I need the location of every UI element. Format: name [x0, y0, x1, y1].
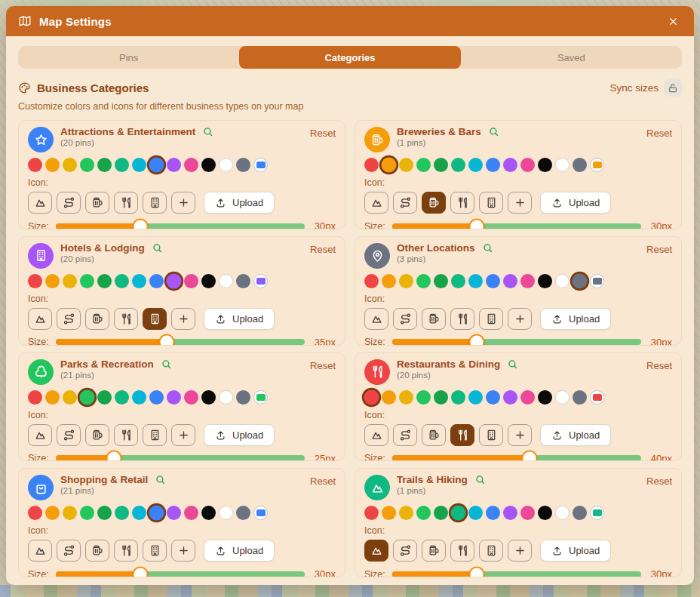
color-swatch[interactable] [451, 390, 465, 405]
reset-button[interactable]: Reset [646, 474, 672, 487]
icon-option-mountain[interactable] [28, 424, 52, 446]
color-swatch[interactable] [45, 506, 60, 520]
icon-option-beer[interactable] [85, 540, 109, 562]
icon-option-route[interactable] [393, 192, 417, 214]
slider-thumb[interactable] [469, 218, 485, 229]
icon-option-route[interactable] [393, 308, 417, 330]
color-swatch[interactable] [382, 274, 396, 288]
color-swatch[interactable] [184, 158, 198, 172]
custom-color-swatch[interactable] [590, 274, 604, 288]
color-swatch[interactable] [520, 506, 535, 520]
color-swatch[interactable] [468, 506, 483, 520]
sync-sizes-lock-button[interactable] [664, 79, 682, 97]
color-swatch[interactable] [63, 390, 77, 405]
icon-option-route[interactable] [393, 424, 417, 446]
upload-button[interactable]: Upload [204, 308, 275, 330]
color-swatch[interactable] [132, 158, 146, 172]
reset-button[interactable]: Reset [646, 126, 672, 139]
color-swatch[interactable] [184, 506, 198, 520]
color-swatch[interactable] [80, 274, 94, 288]
upload-button[interactable]: Upload [540, 424, 611, 446]
color-swatch[interactable] [167, 158, 181, 172]
color-swatch[interactable] [434, 274, 448, 288]
color-swatch[interactable] [486, 274, 500, 288]
slider-thumb[interactable] [106, 451, 122, 462]
icon-option-utensils[interactable] [114, 540, 138, 562]
slider-thumb[interactable] [469, 566, 485, 577]
color-swatch[interactable] [149, 506, 164, 521]
color-swatch[interactable] [115, 506, 129, 520]
color-swatch[interactable] [520, 390, 535, 405]
color-swatch[interactable] [149, 274, 164, 288]
icon-option-plus[interactable] [171, 424, 195, 446]
zoom-to-category-button[interactable] [155, 474, 166, 485]
icon-option-mountain[interactable] [364, 192, 388, 214]
color-swatch[interactable] [520, 274, 535, 288]
icon-option-utensils[interactable] [114, 192, 138, 214]
custom-color-swatch[interactable] [590, 390, 604, 405]
color-swatch[interactable] [28, 158, 42, 172]
size-slider[interactable] [392, 223, 641, 229]
color-swatch[interactable] [382, 390, 396, 405]
color-swatch[interactable] [538, 158, 552, 172]
icon-option-mountain[interactable] [364, 424, 388, 446]
color-swatch[interactable] [503, 506, 517, 520]
color-swatch[interactable] [236, 506, 250, 520]
color-swatch[interactable] [538, 274, 552, 288]
close-button[interactable] [664, 12, 682, 30]
icon-option-beer[interactable] [422, 424, 446, 446]
icon-option-plus[interactable] [508, 424, 532, 446]
icon-option-beer[interactable] [422, 192, 446, 214]
zoom-to-category-button[interactable] [474, 474, 486, 485]
color-swatch[interactable] [97, 274, 112, 288]
color-swatch[interactable] [132, 390, 146, 405]
color-swatch[interactable] [399, 390, 413, 405]
tab-categories[interactable]: Categories [239, 46, 460, 69]
icon-option-building[interactable] [479, 540, 503, 562]
color-swatch[interactable] [486, 158, 500, 172]
reset-button[interactable]: Reset [310, 242, 336, 255]
color-swatch[interactable] [63, 158, 77, 172]
color-swatch[interactable] [63, 506, 77, 520]
custom-color-swatch[interactable] [253, 158, 268, 172]
color-swatch[interactable] [167, 390, 181, 405]
color-swatch[interactable] [45, 158, 60, 172]
color-swatch[interactable] [236, 390, 250, 405]
color-swatch[interactable] [503, 390, 517, 405]
icon-option-mountain[interactable] [364, 308, 388, 330]
color-swatch[interactable] [486, 390, 500, 405]
custom-color-swatch[interactable] [253, 506, 268, 520]
color-swatch[interactable] [80, 506, 94, 520]
reset-button[interactable]: Reset [310, 359, 336, 371]
color-swatch[interactable] [28, 390, 42, 405]
color-swatch[interactable] [468, 274, 483, 288]
icon-option-plus[interactable] [508, 308, 532, 330]
zoom-to-category-button[interactable] [507, 359, 518, 370]
color-swatch[interactable] [364, 158, 379, 172]
icon-option-utensils[interactable] [450, 192, 474, 214]
size-slider[interactable] [56, 455, 305, 461]
icon-option-utensils[interactable] [450, 540, 474, 562]
color-swatch[interactable] [486, 506, 500, 520]
slider-thumb[interactable] [469, 334, 485, 346]
reset-button[interactable]: Reset [310, 474, 336, 487]
icon-option-plus[interactable] [508, 540, 532, 562]
color-swatch[interactable] [45, 274, 60, 288]
icon-option-route[interactable] [57, 192, 81, 214]
icon-option-utensils[interactable] [450, 308, 474, 330]
size-slider[interactable] [56, 223, 305, 229]
zoom-to-category-button[interactable] [152, 242, 163, 254]
color-swatch[interactable] [364, 506, 379, 520]
upload-button[interactable]: Upload [540, 192, 611, 214]
color-swatch[interactable] [115, 390, 129, 405]
color-swatch[interactable] [201, 390, 216, 405]
upload-button[interactable]: Upload [540, 308, 611, 330]
icon-option-beer[interactable] [85, 424, 109, 446]
icon-option-building[interactable] [479, 424, 503, 446]
icon-option-building[interactable] [143, 192, 167, 214]
color-swatch[interactable] [364, 389, 379, 405]
reset-button[interactable]: Reset [646, 359, 672, 371]
color-swatch[interactable] [167, 506, 181, 520]
color-swatch[interactable] [399, 506, 413, 520]
color-swatch[interactable] [538, 506, 552, 520]
